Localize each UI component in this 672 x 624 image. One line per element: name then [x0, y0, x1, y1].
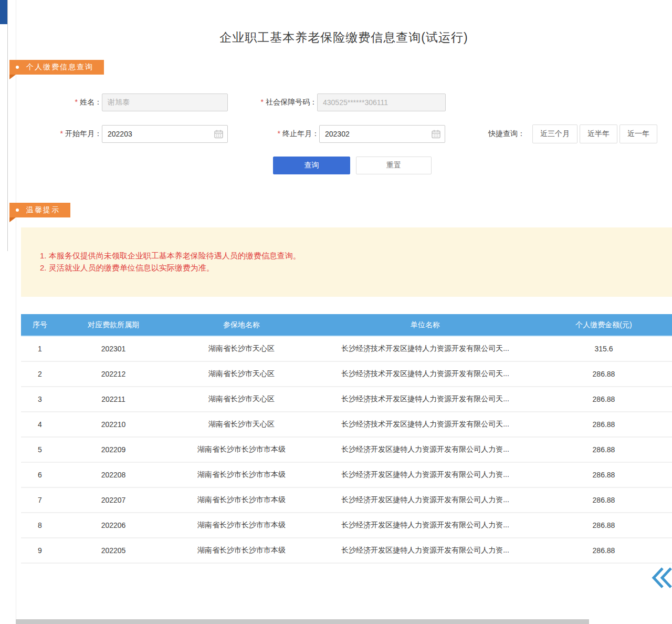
- table-row: 5202209湖南省长沙市长沙市市本级长沙经济开发区捷特人力资源开发有限公司人力…: [21, 437, 672, 462]
- table-cell: 3: [21, 387, 59, 412]
- table-cell: 湖南省长沙市长沙市市本级: [168, 513, 315, 538]
- table-cell: 长沙经济开发区捷特人力资源开发有限公司人力资...: [315, 513, 536, 538]
- table-row: 2202212湖南省长沙市天心区长沙经济技术开发区捷特人力资源开发有限公司天..…: [21, 361, 672, 387]
- table-cell: 8: [21, 513, 59, 538]
- tips-line: 2. 灵活就业人员的缴费单位信息以实际缴费为准。: [40, 262, 662, 274]
- left-divider: [7, 0, 8, 251]
- table-cell: 5: [21, 437, 59, 462]
- table-cell: 202212: [59, 361, 168, 387]
- content-edge-divider: [16, 0, 16, 624]
- end-month-field-group: *终止年月：: [261, 125, 445, 143]
- table-cell: 202208: [59, 462, 168, 487]
- table-cell: 湖南省长沙市长沙市市本级: [168, 487, 315, 513]
- pension-query-page: 企业职工基本养老保险缴费信息查询(试运行) 个人缴费信息查询 *姓名： *社会保…: [0, 0, 672, 624]
- table-cell: 湖南省长沙市长沙市市本级: [168, 462, 315, 487]
- required-asterisk: *: [261, 98, 264, 106]
- table-cell: 286.88: [536, 437, 672, 462]
- table-cell: 2: [21, 361, 59, 387]
- start-month-field-group: *开始年月：: [44, 125, 228, 143]
- table-row: 4202210湖南省长沙市天心区长沙经济技术开发区捷特人力资源开发有限公司天..…: [21, 412, 672, 437]
- page-title: 企业职工基本养老保险缴费信息查询(试运行): [16, 29, 672, 46]
- quick-query-group: 快捷查询： 近三个月 近半年 近一年: [488, 125, 657, 143]
- table-cell: 1: [21, 336, 59, 361]
- table-row: 8202206湖南省长沙市长沙市市本级长沙经济开发区捷特人力资源开发有限公司人力…: [21, 513, 672, 538]
- name-input: [102, 93, 228, 111]
- table-cell: 长沙经济开发区捷特人力资源开发有限公司人力资...: [315, 462, 536, 487]
- table-header-cell: 个人缴费金额(元): [536, 314, 672, 336]
- table-cell: 湖南省长沙市长沙市市本级: [168, 437, 315, 462]
- table-cell: 湖南省长沙市天心区: [168, 336, 315, 361]
- table-cell: 长沙经济开发区捷特人力资源开发有限公司人力资...: [315, 437, 536, 462]
- end-month-label: *终止年月：: [261, 129, 319, 139]
- bullet-icon: [16, 66, 19, 69]
- table-cell: 315.6: [536, 336, 672, 361]
- table-cell: 4: [21, 412, 59, 437]
- table-cell: 湖南省长沙市天心区: [168, 412, 315, 437]
- table-cell: 286.88: [536, 513, 672, 538]
- table-cell: 286.88: [536, 487, 672, 513]
- tips-notice-box: 1. 本服务仅提供尚未领取企业职工基本养老保险待遇人员的缴费信息查询。 2. 灵…: [21, 227, 672, 297]
- table-cell: 长沙经济开发区捷特人力资源开发有限公司人力资...: [315, 538, 536, 563]
- section-badge-label: 温馨提示: [26, 205, 60, 215]
- table-cell: 长沙经济技术开发区捷特人力资源开发有限公司天...: [315, 412, 536, 437]
- table-row: 7202207湖南省长沙市长沙市市本级长沙经济开发区捷特人力资源开发有限公司人力…: [21, 487, 672, 513]
- double-chevron-left-icon[interactable]: [651, 565, 672, 590]
- table-cell: 长沙经济技术开发区捷特人力资源开发有限公司天...: [315, 387, 536, 412]
- ssn-field-group: *社会保障号码：: [237, 93, 446, 111]
- table-cell: 9: [21, 538, 59, 563]
- table-cell: 286.88: [536, 387, 672, 412]
- table-row: 1202301湖南省长沙市天心区长沙经济技术开发区捷特人力资源开发有限公司天..…: [21, 336, 672, 361]
- section-badge-personal-query: 个人缴费信息查询: [9, 60, 104, 75]
- table-cell: 286.88: [536, 538, 672, 563]
- table-cell: 湖南省长沙市天心区: [168, 387, 315, 412]
- table-row: 6202208湖南省长沙市长沙市市本级长沙经济开发区捷特人力资源开发有限公司人力…: [21, 462, 672, 487]
- section-badge-label: 个人缴费信息查询: [26, 63, 93, 72]
- table-header-cell: 参保地名称: [168, 314, 315, 336]
- corner-accent: [0, 0, 7, 24]
- calendar-icon[interactable]: [432, 130, 440, 139]
- section-badge-tips: 温馨提示: [9, 203, 70, 217]
- form-actions: 查询 重置: [273, 157, 432, 174]
- table-cell: 286.88: [536, 412, 672, 437]
- table-cell: 202206: [59, 513, 168, 538]
- table-header-cell: 单位名称: [315, 314, 536, 336]
- table-row: 9202205湖南省长沙市长沙市市本级长沙经济开发区捷特人力资源开发有限公司人力…: [21, 538, 672, 563]
- name-field-group: *姓名：: [46, 93, 228, 111]
- table-header-cell: 对应费款所属期: [59, 314, 168, 336]
- table-cell: 202205: [59, 538, 168, 563]
- table-cell: 6: [21, 462, 59, 487]
- quick-1year-button[interactable]: 近一年: [620, 124, 657, 143]
- table-cell: 202209: [59, 437, 168, 462]
- table-cell: 长沙经济开发区捷特人力资源开发有限公司人力资...: [315, 487, 536, 513]
- table-cell: 202207: [59, 487, 168, 513]
- calendar-icon[interactable]: [214, 130, 223, 139]
- reset-button[interactable]: 重置: [356, 157, 432, 174]
- ssn-label: *社会保障号码：: [237, 98, 317, 107]
- table-cell: 长沙经济技术开发区捷特人力资源开发有限公司天...: [315, 336, 536, 361]
- name-label: *姓名：: [46, 98, 102, 107]
- table-row: 3202211湖南省长沙市天心区长沙经济技术开发区捷特人力资源开发有限公司天..…: [21, 387, 672, 412]
- table-cell: 长沙经济技术开发区捷特人力资源开发有限公司天...: [315, 361, 536, 387]
- start-month-input[interactable]: [102, 125, 228, 143]
- ssn-input: [317, 93, 446, 111]
- table-cell: 湖南省长沙市长沙市市本级: [168, 538, 315, 563]
- table-header-cell: 序号: [21, 314, 59, 336]
- table-cell: 湖南省长沙市天心区: [168, 361, 315, 387]
- quick-3months-button[interactable]: 近三个月: [532, 124, 578, 143]
- table-cell: 286.88: [536, 361, 672, 387]
- table-cell: 202210: [59, 412, 168, 437]
- table-cell: 202301: [59, 336, 168, 361]
- required-asterisk: *: [60, 129, 63, 138]
- query-button[interactable]: 查询: [273, 157, 350, 174]
- quick-query-label: 快捷查询：: [488, 129, 525, 139]
- table-cell: 286.88: [536, 462, 672, 487]
- start-month-label: *开始年月：: [44, 129, 102, 139]
- bottom-scrollbar[interactable]: [16, 619, 589, 624]
- required-asterisk: *: [278, 129, 280, 138]
- end-month-input[interactable]: [319, 125, 445, 143]
- quick-halfyear-button[interactable]: 近半年: [580, 124, 617, 143]
- table-cell: 202211: [59, 387, 168, 412]
- table-header-row: 序号对应费款所属期参保地名称单位名称个人缴费金额(元): [21, 314, 672, 336]
- table-cell: 7: [21, 487, 59, 513]
- payment-table: 序号对应费款所属期参保地名称单位名称个人缴费金额(元) 1202301湖南省长沙…: [21, 314, 672, 564]
